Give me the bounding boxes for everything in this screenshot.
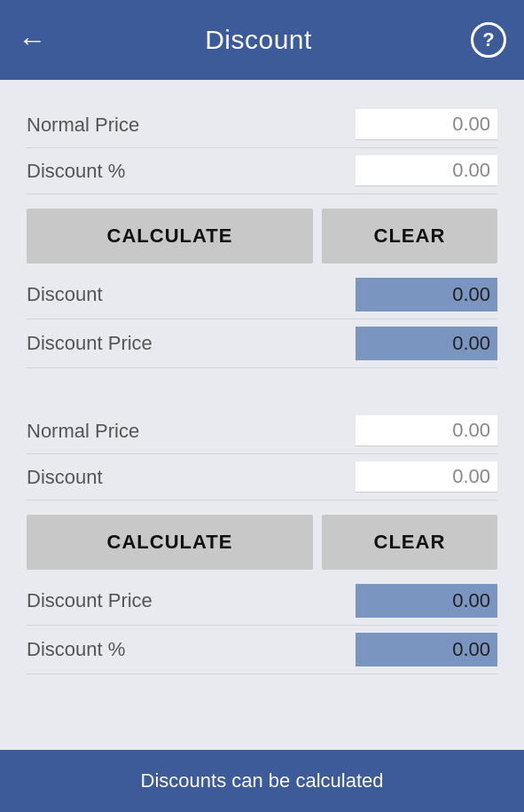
back-button[interactable]: ←: [18, 26, 46, 54]
section1-buttons-row: CALCULATE CLEAR: [27, 194, 497, 271]
app-footer: Discounts can be calculated: [0, 750, 524, 812]
section2-normal-price-input[interactable]: [356, 415, 497, 446]
app-header: ← Discount ?: [0, 0, 524, 80]
section2-discount-label: Discount: [27, 466, 103, 489]
section1-discount-pct-input[interactable]: [356, 155, 497, 186]
section2-discount-price-result-value: 0.00: [356, 584, 497, 618]
help-button[interactable]: ?: [471, 22, 506, 58]
section-2: Normal Price Discount CALCULATE CLEAR Di…: [18, 395, 506, 692]
section1-discount-price-result-value: 0.00: [356, 327, 497, 360]
section2-clear-button[interactable]: CLEAR: [322, 515, 497, 570]
section1-calculate-button[interactable]: CALCULATE: [27, 209, 313, 264]
section2-buttons-row: CALCULATE CLEAR: [27, 501, 497, 577]
section1-discount-pct-row: Discount %: [27, 148, 497, 194]
section2-normal-price-label: Normal Price: [27, 420, 139, 443]
section1-normal-price-row: Normal Price: [27, 102, 497, 148]
main-content: Normal Price Discount % CALCULATE CLEAR …: [0, 80, 524, 750]
section2-discount-price-result-label: Discount Price: [27, 589, 153, 612]
section1-normal-price-label: Normal Price: [27, 114, 139, 137]
section2-discount-pct-result-label: Discount %: [27, 638, 125, 661]
section1-discount-result-label: Discount: [27, 283, 103, 306]
section2-discount-price-result-row: Discount Price 0.00: [27, 577, 497, 626]
section1-discount-pct-label: Discount %: [27, 160, 125, 183]
section-1: Normal Price Discount % CALCULATE CLEAR …: [18, 89, 506, 386]
section1-clear-button[interactable]: CLEAR: [322, 209, 497, 264]
section1-discount-price-result-label: Discount Price: [27, 332, 153, 355]
section2-discount-pct-result-value: 0.00: [356, 633, 497, 666]
section1-discount-price-result-row: Discount Price 0.00: [27, 319, 497, 368]
section2-discount-row: Discount: [27, 454, 497, 501]
section2-calculate-button[interactable]: CALCULATE: [27, 515, 313, 570]
section1-discount-result-row: Discount 0.00: [27, 271, 497, 319]
section2-normal-price-row: Normal Price: [27, 408, 497, 454]
footer-text: Discounts can be calculated: [141, 769, 384, 792]
section1-normal-price-input[interactable]: [356, 109, 497, 140]
section2-discount-pct-result-row: Discount % 0.00: [27, 626, 497, 674]
section2-discount-input[interactable]: [356, 461, 497, 493]
page-title: Discount: [205, 25, 312, 55]
section1-discount-result-value: 0.00: [356, 278, 497, 311]
